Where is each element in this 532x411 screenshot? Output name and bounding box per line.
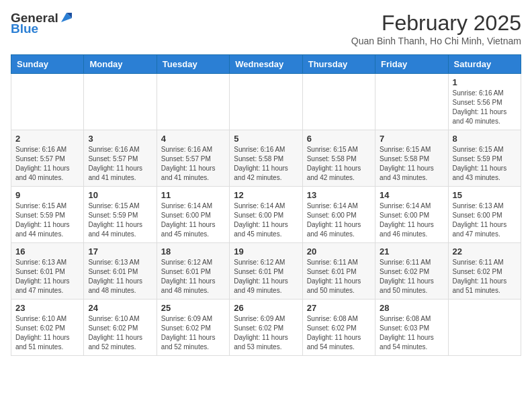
calendar-cell [11, 74, 84, 130]
day-number: 12 [234, 190, 298, 200]
day-info: Sunrise: 6:15 AM Sunset: 5:59 PM Dayligh… [88, 201, 152, 239]
calendar-cell: 24Sunrise: 6:10 AM Sunset: 6:02 PM Dayli… [84, 300, 157, 356]
day-info: Sunrise: 6:09 AM Sunset: 6:02 PM Dayligh… [234, 314, 298, 352]
title-block: February 2025 Quan Binh Thanh, Ho Chi Mi… [351, 11, 521, 46]
calendar-cell: 12Sunrise: 6:14 AM Sunset: 6:00 PM Dayli… [230, 187, 302, 243]
day-number: 14 [380, 190, 443, 200]
calendar-cell: 23Sunrise: 6:10 AM Sunset: 6:02 PM Dayli… [11, 300, 84, 356]
day-info: Sunrise: 6:16 AM Sunset: 5:57 PM Dayligh… [15, 145, 79, 183]
day-number: 27 [307, 303, 371, 313]
day-info: Sunrise: 6:12 AM Sunset: 6:01 PM Dayligh… [161, 258, 225, 295]
day-number: 5 [234, 134, 298, 144]
calendar-cell [375, 74, 448, 130]
calendar-header-row: SundayMondayTuesdayWednesdayThursdayFrid… [11, 55, 521, 74]
day-number: 17 [88, 246, 152, 257]
day-info: Sunrise: 6:10 AM Sunset: 6:02 PM Dayligh… [15, 314, 79, 352]
day-number: 22 [453, 246, 517, 257]
calendar-cell [302, 74, 375, 130]
day-info: Sunrise: 6:14 AM Sunset: 6:00 PM Dayligh… [234, 201, 298, 239]
calendar-cell: 10Sunrise: 6:15 AM Sunset: 5:59 PM Dayli… [84, 187, 157, 243]
day-number: 13 [307, 190, 371, 200]
calendar-cell: 20Sunrise: 6:11 AM Sunset: 6:01 PM Dayli… [302, 243, 375, 300]
calendar-cell: 14Sunrise: 6:14 AM Sunset: 6:00 PM Dayli… [375, 187, 448, 243]
calendar-cell: 11Sunrise: 6:14 AM Sunset: 6:00 PM Dayli… [157, 187, 229, 243]
day-info: Sunrise: 6:11 AM Sunset: 6:02 PM Dayligh… [453, 258, 517, 295]
day-info: Sunrise: 6:16 AM Sunset: 5:57 PM Dayligh… [161, 145, 225, 183]
day-info: Sunrise: 6:16 AM Sunset: 5:57 PM Dayligh… [88, 145, 152, 183]
day-info: Sunrise: 6:15 AM Sunset: 5:59 PM Dayligh… [15, 201, 79, 239]
calendar-week-row: 1Sunrise: 6:16 AM Sunset: 5:56 PM Daylig… [11, 74, 521, 130]
col-header-tuesday: Tuesday [157, 55, 229, 74]
day-number: 24 [88, 303, 152, 313]
day-number: 19 [234, 246, 298, 257]
calendar-cell: 18Sunrise: 6:12 AM Sunset: 6:01 PM Dayli… [157, 243, 229, 300]
day-info: Sunrise: 6:12 AM Sunset: 6:01 PM Dayligh… [234, 258, 298, 295]
day-info: Sunrise: 6:13 AM Sunset: 6:00 PM Dayligh… [453, 201, 517, 239]
day-number: 9 [15, 190, 79, 200]
calendar-week-row: 23Sunrise: 6:10 AM Sunset: 6:02 PM Dayli… [11, 300, 521, 356]
col-header-sunday: Sunday [11, 55, 84, 74]
calendar-cell: 3Sunrise: 6:16 AM Sunset: 5:57 PM Daylig… [84, 130, 157, 187]
day-number: 25 [161, 303, 225, 313]
calendar-cell [84, 74, 157, 130]
day-number: 8 [453, 134, 517, 144]
day-number: 6 [307, 134, 371, 144]
logo: General Blue [11, 11, 72, 36]
calendar-cell: 6Sunrise: 6:15 AM Sunset: 5:58 PM Daylig… [302, 130, 375, 187]
day-number: 28 [380, 303, 443, 313]
day-info: Sunrise: 6:13 AM Sunset: 6:01 PM Dayligh… [88, 258, 152, 295]
calendar-cell: 9Sunrise: 6:15 AM Sunset: 5:59 PM Daylig… [11, 187, 84, 243]
calendar-cell: 1Sunrise: 6:16 AM Sunset: 5:56 PM Daylig… [448, 74, 521, 130]
day-number: 10 [88, 190, 152, 200]
day-info: Sunrise: 6:09 AM Sunset: 6:02 PM Dayligh… [161, 314, 225, 352]
calendar-cell: 28Sunrise: 6:08 AM Sunset: 6:03 PM Dayli… [375, 300, 448, 356]
day-info: Sunrise: 6:14 AM Sunset: 6:00 PM Dayligh… [307, 201, 371, 239]
day-number: 11 [161, 190, 225, 200]
day-info: Sunrise: 6:15 AM Sunset: 5:58 PM Dayligh… [307, 145, 371, 183]
calendar-cell: 19Sunrise: 6:12 AM Sunset: 6:01 PM Dayli… [230, 243, 302, 300]
location-subtitle: Quan Binh Thanh, Ho Chi Minh, Vietnam [351, 36, 521, 46]
page-header: General Blue February 2025 Quan Binh Tha… [11, 11, 521, 46]
calendar-week-row: 16Sunrise: 6:13 AM Sunset: 6:01 PM Dayli… [11, 243, 521, 300]
day-info: Sunrise: 6:08 AM Sunset: 6:02 PM Dayligh… [307, 314, 371, 352]
day-number: 2 [15, 134, 79, 144]
day-info: Sunrise: 6:16 AM Sunset: 5:56 PM Dayligh… [453, 89, 517, 126]
day-info: Sunrise: 6:14 AM Sunset: 6:00 PM Dayligh… [380, 201, 443, 239]
day-number: 4 [161, 134, 225, 144]
calendar-cell: 25Sunrise: 6:09 AM Sunset: 6:02 PM Dayli… [157, 300, 229, 356]
day-info: Sunrise: 6:10 AM Sunset: 6:02 PM Dayligh… [88, 314, 152, 352]
calendar-cell [448, 300, 521, 356]
col-header-saturday: Saturday [448, 55, 521, 74]
day-number: 1 [453, 77, 517, 87]
day-info: Sunrise: 6:08 AM Sunset: 6:03 PM Dayligh… [380, 314, 443, 352]
col-header-thursday: Thursday [302, 55, 375, 74]
day-info: Sunrise: 6:13 AM Sunset: 6:01 PM Dayligh… [15, 258, 79, 295]
day-info: Sunrise: 6:11 AM Sunset: 6:01 PM Dayligh… [307, 258, 371, 295]
calendar-cell: 13Sunrise: 6:14 AM Sunset: 6:00 PM Dayli… [302, 187, 375, 243]
calendar-cell: 2Sunrise: 6:16 AM Sunset: 5:57 PM Daylig… [11, 130, 84, 187]
calendar-week-row: 9Sunrise: 6:15 AM Sunset: 5:59 PM Daylig… [11, 187, 521, 243]
calendar-cell: 27Sunrise: 6:08 AM Sunset: 6:02 PM Dayli… [302, 300, 375, 356]
col-header-wednesday: Wednesday [230, 55, 302, 74]
col-header-friday: Friday [375, 55, 448, 74]
day-number: 26 [234, 303, 298, 313]
calendar-cell: 21Sunrise: 6:11 AM Sunset: 6:02 PM Dayli… [375, 243, 448, 300]
day-number: 3 [88, 134, 152, 144]
logo-blue-text: Blue [11, 21, 38, 36]
calendar-cell: 22Sunrise: 6:11 AM Sunset: 6:02 PM Dayli… [448, 243, 521, 300]
calendar-cell: 15Sunrise: 6:13 AM Sunset: 6:00 PM Dayli… [448, 187, 521, 243]
calendar-cell [230, 74, 302, 130]
day-info: Sunrise: 6:15 AM Sunset: 5:58 PM Dayligh… [380, 145, 443, 183]
logo-icon [60, 11, 72, 24]
day-number: 21 [380, 246, 443, 257]
calendar-cell: 7Sunrise: 6:15 AM Sunset: 5:58 PM Daylig… [375, 130, 448, 187]
day-number: 16 [15, 246, 79, 257]
calendar-cell: 17Sunrise: 6:13 AM Sunset: 6:01 PM Dayli… [84, 243, 157, 300]
calendar-cell: 26Sunrise: 6:09 AM Sunset: 6:02 PM Dayli… [230, 300, 302, 356]
day-number: 18 [161, 246, 225, 257]
day-info: Sunrise: 6:16 AM Sunset: 5:58 PM Dayligh… [234, 145, 298, 183]
day-number: 15 [453, 190, 517, 200]
calendar-cell: 5Sunrise: 6:16 AM Sunset: 5:58 PM Daylig… [230, 130, 302, 187]
calendar-cell [157, 74, 229, 130]
col-header-monday: Monday [84, 55, 157, 74]
